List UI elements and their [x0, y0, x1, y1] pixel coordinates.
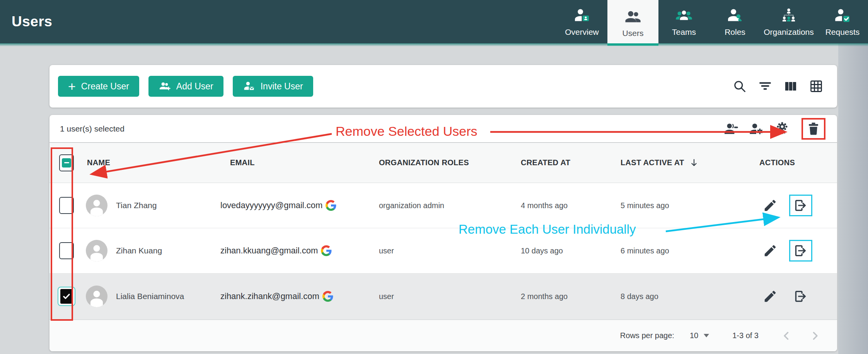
tab-roles[interactable]: Roles	[709, 0, 761, 43]
create-user-label: Create User	[81, 81, 129, 92]
person-key-icon	[726, 7, 744, 25]
user-role: organization admin	[378, 201, 519, 210]
grid-view-icon[interactable]	[809, 79, 823, 93]
avatar	[86, 195, 107, 216]
tab-label: Users	[622, 29, 644, 38]
remove-user-row-icon[interactable]	[793, 198, 808, 213]
user-name: Tian Zhang	[116, 201, 157, 210]
remove-user-icon[interactable]	[723, 121, 739, 137]
annotation-remove-each-text: Remove Each User Individually	[459, 222, 636, 237]
selection-actions	[723, 115, 825, 143]
annotation-remove-selected-text: Remove Selected Users	[336, 124, 477, 139]
remove-user-row-icon[interactable]	[793, 243, 808, 258]
indeterminate-mark	[62, 158, 71, 168]
user-name: Zihan Kuang	[116, 246, 162, 255]
delete-icon[interactable]	[806, 121, 821, 137]
header-last-active-at[interactable]: LAST ACTIVE AT	[620, 158, 751, 168]
next-page-icon[interactable]	[808, 329, 822, 342]
tab-label: Overview	[565, 27, 599, 37]
tab-label: Requests	[825, 27, 860, 37]
last-active-at: 8 days ago	[620, 292, 751, 301]
page-title: Users	[12, 0, 52, 43]
rows-per-page-select[interactable]: 10	[690, 331, 709, 340]
toolbar-card: + Create User Add User Invite User	[49, 65, 837, 108]
select-all-checkbox[interactable]	[59, 154, 74, 171]
add-user-button[interactable]: Add User	[148, 76, 223, 97]
people-icon	[624, 8, 642, 26]
header-organization-roles[interactable]: ORGANIZATION ROLES	[378, 158, 519, 167]
table-row[interactable]: Tian Zhang lovedayyyyyyy@gmail.com organ…	[49, 183, 837, 228]
remove-highlight-box	[789, 195, 812, 216]
avatar	[86, 240, 107, 262]
toolbar-view-icons	[733, 65, 823, 108]
table-row[interactable]: Zihan Kuang zihan.kkuang@gmail.com user …	[49, 228, 837, 274]
row-checkbox[interactable]	[59, 197, 74, 214]
user-role: user	[378, 246, 519, 255]
tab-teams[interactable]: Teams	[658, 0, 709, 43]
filter-icon[interactable]	[758, 79, 772, 93]
team-icon	[675, 7, 693, 25]
created-at: 2 months ago	[519, 292, 620, 301]
tab-users[interactable]: Users	[607, 0, 658, 46]
tab-requests[interactable]: Requests	[817, 0, 868, 43]
header-created-at[interactable]: CREATED AT	[519, 158, 620, 167]
header-actions: ACTIONS	[751, 158, 837, 167]
invite-user-label: Invite User	[261, 81, 303, 92]
edit-icon[interactable]	[763, 243, 778, 258]
view-columns-icon[interactable]	[784, 79, 798, 93]
person-mail-icon	[243, 80, 255, 92]
remove-highlight-box	[789, 240, 812, 262]
pagination-range: 1-3 of 3	[732, 331, 759, 340]
table-header-row: NAME EMAIL ORGANIZATION ROLES CREATED AT…	[49, 143, 837, 183]
background-band	[838, 43, 868, 354]
delete-highlight-box	[801, 118, 825, 140]
user-email: zihank.zihank@gmail.com	[220, 291, 319, 301]
award-icon[interactable]	[774, 121, 790, 137]
table-row[interactable]: Lialia Beniaminova zihank.zihank@gmail.c…	[49, 274, 837, 320]
google-logo-icon	[321, 245, 332, 256]
dropdown-caret-icon	[704, 334, 709, 337]
person-badge-icon	[573, 7, 591, 25]
invite-user-button[interactable]: Invite User	[233, 76, 313, 97]
table-footer: Rows per page: 10 1-3 of 3	[49, 320, 837, 351]
created-at: 4 months ago	[519, 201, 620, 210]
header-name[interactable]: NAME	[84, 158, 220, 167]
plus-icon: +	[68, 80, 76, 93]
remove-user-row-icon[interactable]	[793, 289, 808, 304]
main-nav: Overview Users Teams Roles	[556, 0, 868, 46]
sort-desc-arrow-icon	[689, 158, 699, 168]
user-role: user	[378, 292, 519, 301]
avatar	[86, 286, 107, 307]
user-email: lovedayyyyyyy@gmail.com	[220, 200, 322, 210]
search-icon[interactable]	[733, 79, 747, 93]
rows-per-page-label: Rows per page:	[620, 331, 674, 340]
row-checkbox[interactable]	[59, 242, 74, 259]
tab-organizations[interactable]: Organizations	[761, 0, 817, 43]
header-email[interactable]: EMAIL	[220, 158, 378, 167]
tab-label: Organizations	[764, 27, 814, 37]
last-active-at: 5 minutes ago	[620, 201, 751, 210]
group-add-icon	[159, 80, 171, 92]
google-logo-icon	[326, 200, 336, 211]
toolbar-buttons: + Create User Add User Invite User	[58, 76, 313, 97]
edit-icon[interactable]	[763, 289, 778, 304]
row-checkbox[interactable]	[58, 287, 75, 306]
check-icon	[62, 292, 71, 301]
tab-label: Teams	[672, 27, 696, 37]
tab-overview[interactable]: Overview	[556, 0, 607, 43]
users-table-card: 1 user(s) selected	[49, 115, 837, 351]
org-hierarchy-icon	[780, 7, 798, 25]
last-active-at: 6 minutes ago	[620, 246, 751, 255]
person-check-icon	[834, 7, 851, 25]
google-logo-icon	[322, 291, 333, 302]
user-name: Lialia Beniaminova	[116, 292, 184, 301]
created-at: 10 days ago	[519, 246, 620, 255]
selection-count-text: 1 user(s) selected	[60, 124, 124, 133]
previous-page-icon[interactable]	[780, 329, 793, 342]
user-email: zihan.kkuang@gmail.com	[220, 246, 318, 256]
manage-user-icon[interactable]	[749, 121, 764, 137]
add-user-label: Add User	[176, 81, 213, 92]
edit-icon[interactable]	[763, 198, 778, 213]
create-user-button[interactable]: + Create User	[58, 76, 139, 97]
select-all-cell	[49, 154, 84, 171]
